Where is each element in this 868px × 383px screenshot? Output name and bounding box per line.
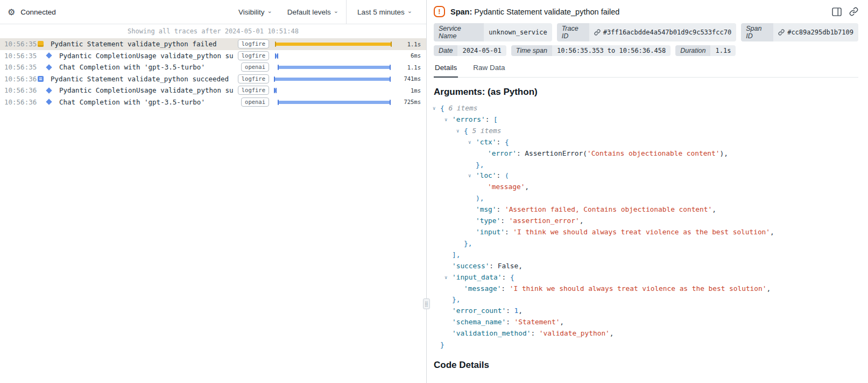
code-token: 'type' — [476, 217, 500, 225]
copy-link-icon[interactable] — [849, 7, 858, 16]
code-details-heading: Code Details — [434, 360, 858, 371]
trace-row[interactable]: 10:56:36Chat Completion with 'gpt-3.5-tu… — [0, 96, 426, 108]
collapse-chevron-icon[interactable]: ∨ — [433, 103, 435, 114]
code-token: { — [464, 127, 472, 135]
open-panel-icon[interactable] — [832, 8, 842, 16]
trace-row-duration: 741ms — [395, 75, 421, 82]
span-diamond-icon — [36, 100, 59, 104]
code-token: : — [500, 217, 509, 225]
code-token: : — [505, 228, 513, 236]
code-line: 'input': 'I think we should always treat… — [434, 227, 858, 238]
badge-span-id: Span ID#cc89a295db1b7109 — [741, 23, 858, 41]
trace-row-duration: 1ms — [395, 87, 421, 94]
span-kind-label: Span: — [450, 8, 472, 16]
badge-label: Time span — [511, 45, 552, 56]
code-line: 'schema_name': 'Statement', — [434, 317, 858, 328]
code-token: } — [440, 340, 444, 349]
trace-row[interactable]: 10:56:35Pydantic Statement validate_pyth… — [0, 38, 426, 50]
badge-value: #3ff16acbdde4a547b01d9c9c533fcc70 — [589, 23, 736, 41]
trace-row[interactable]: 10:56:35Chat Completion with 'gpt-3.5-tu… — [0, 61, 426, 73]
trace-row-label: Pydantic CompletionUsage validate_python… — [59, 52, 234, 60]
collapse-chevron-icon[interactable]: ∨ — [444, 114, 447, 126]
connection-status: Connected — [20, 8, 55, 16]
code-token: : — [485, 115, 493, 123]
span-duration-bar — [274, 78, 390, 81]
code-token: , — [770, 228, 774, 236]
link-icon[interactable] — [778, 29, 785, 36]
traces-status-line: Showing all traces after 2024-05-01 10:5… — [0, 24, 426, 38]
code-token: 'schema_name' — [452, 318, 506, 326]
trace-row-time: 10:56:36 — [4, 86, 36, 94]
toolbar-right: Visibility ⌄ Default levels ⌄ Last 5 min… — [231, 0, 426, 24]
time-range-dropdown[interactable]: Last 5 minutes ⌄ — [346, 0, 426, 24]
code-token: 'message' — [464, 284, 501, 293]
tab-raw-data[interactable]: Raw Data — [472, 64, 506, 77]
collapse-chevron-icon[interactable]: ∨ — [444, 272, 447, 283]
visibility-label: Visibility — [238, 8, 265, 16]
trace-row-timeline — [274, 73, 395, 85]
trace-row[interactable]: 10:56:35Pydantic CompletionUsage validat… — [0, 50, 426, 62]
app: ⚙ Connected Visibility ⌄ Default levels … — [0, 0, 868, 383]
code-token: }, — [452, 295, 460, 303]
code-line: 'message', — [434, 182, 858, 193]
code-line: 'message': 'I think we should always tre… — [434, 283, 858, 295]
settings-gear-icon[interactable]: ⚙ — [8, 7, 15, 17]
default-levels-label: Default levels — [287, 8, 331, 16]
trace-row-timeline — [274, 85, 395, 96]
code-token: ], — [452, 250, 460, 259]
code-token: { — [505, 138, 509, 146]
code-token: : — [506, 318, 514, 326]
code-line: ∨'errors': [ — [434, 114, 858, 126]
badge-label: Service Name — [434, 23, 484, 41]
collapse-chevron-icon[interactable]: ∨ — [468, 137, 471, 148]
code-token: , — [518, 307, 523, 315]
span-duration-bar — [276, 43, 391, 46]
badge-duration: Duration1.1s — [675, 45, 736, 56]
collapse-chevron-icon[interactable]: ∨ — [456, 126, 459, 137]
visibility-dropdown[interactable]: Visibility ⌄ — [231, 0, 280, 24]
trace-row-label: Pydantic Statement validate_python faile… — [51, 40, 234, 48]
code-token: : — [497, 205, 505, 213]
collapse-chevron-icon[interactable]: ∨ — [468, 170, 471, 182]
code-token: 'I think we should always treat violence… — [510, 284, 767, 293]
code-token: 'message' — [488, 183, 525, 191]
trace-row-time: 10:56:35 — [4, 40, 36, 48]
trace-row-label: Chat Completion with 'gpt-3.5-turbo' — [59, 98, 237, 106]
trace-row-timeline — [274, 50, 395, 62]
code-token: 'success' — [452, 262, 489, 270]
code-token: 6 items — [448, 104, 477, 112]
trace-row[interactable]: 10:56:36Pydantic CompletionUsage validat… — [0, 85, 426, 96]
code-token: : — [497, 138, 505, 146]
code-line: 'type': 'assertion_error', — [434, 215, 858, 227]
traces-panel: ⚙ Connected Visibility ⌄ Default levels … — [0, 0, 427, 383]
badge-label: Date — [434, 45, 457, 56]
trace-list: 10:56:35Pydantic Statement validate_pyth… — [0, 38, 426, 108]
code-line: ∨'ctx': { — [434, 137, 858, 148]
code-token: ), — [476, 194, 484, 202]
badge-value: 10:56:35.353 to 10:56:36.458 — [552, 45, 671, 56]
trace-row-duration: 725ms — [395, 99, 421, 105]
link-icon[interactable] — [594, 29, 601, 36]
span-header: ! Span: Pydantic Statement validate_pyth… — [434, 0, 858, 22]
span-duration-bar — [274, 89, 276, 92]
warn-level-icon — [36, 41, 51, 47]
code-line: } — [434, 339, 858, 351]
toolbar-left: ⚙ Connected — [0, 0, 56, 24]
tab-details[interactable]: Details — [434, 64, 458, 78]
trace-row[interactable]: 10:56:36Pydantic Statement validate_pyth… — [0, 73, 426, 85]
badge-value: 1.1s — [710, 45, 736, 56]
chevron-down-icon: ⌄ — [267, 8, 272, 15]
code-token: [ — [493, 115, 498, 123]
badge-service-name: Service Nameunknown_service — [434, 23, 552, 41]
code-token: 'error' — [488, 149, 517, 157]
badge-trace-id: Trace ID#3ff16acbdde4a547b01d9c9c533fcc7… — [557, 23, 737, 41]
code-line: 'error_count': 1, — [434, 305, 858, 317]
arguments-code-block: ∨{ 6 items∨'errors': [∨{ 5 items∨'ctx': … — [434, 103, 858, 351]
code-token: 'validate_python' — [539, 329, 610, 337]
panel-resize-handle[interactable]: ⣿ — [423, 298, 430, 309]
span-details-panel: ! Span: Pydantic Statement validate_pyth… — [427, 0, 868, 383]
default-levels-dropdown[interactable]: Default levels ⌄ — [280, 0, 346, 24]
badge-label: Trace ID — [557, 23, 589, 41]
span-diamond-icon — [36, 65, 59, 69]
trace-row-duration: 1.1s — [395, 41, 421, 47]
